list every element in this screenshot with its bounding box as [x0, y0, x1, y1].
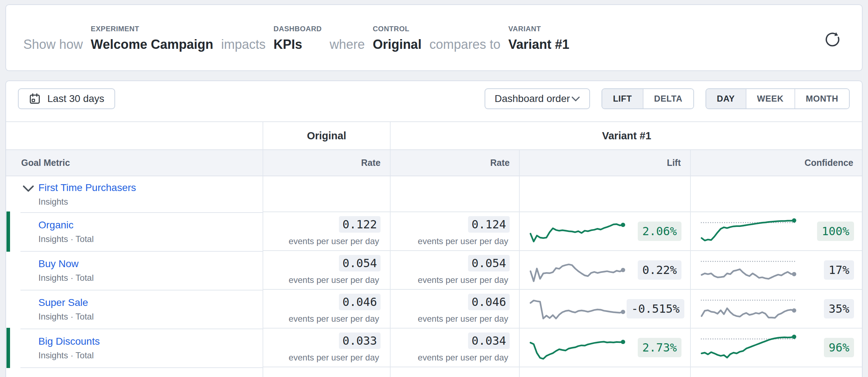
lift-value: 2.06% [638, 222, 681, 241]
col-control-rate: Rate [263, 150, 390, 176]
lift-sparkline [529, 294, 627, 323]
metric-link[interactable]: Big Discounts [38, 336, 100, 347]
report-card: Last 30 days Dashboard order LIFTDELTA D… [5, 80, 863, 377]
confidence-cell: 17% [690, 251, 863, 290]
lift-value: 2.73% [638, 338, 681, 357]
phrase-segment: impacts [221, 37, 266, 52]
goal-metric-cell: Organic Insights · Total [6, 212, 263, 251]
toggle-week[interactable]: WEEK [746, 89, 794, 108]
confidence-value: 17% [824, 260, 854, 280]
group-spacer [6, 122, 263, 149]
phrase-segment: compares to [429, 37, 500, 52]
collapse-chevron-icon[interactable] [23, 185, 34, 196]
lift-cell [519, 176, 690, 212]
lift-value: 0.22% [638, 260, 681, 280]
confidence-sparkline [700, 217, 798, 246]
phrase-segment-label: VARIANT [508, 25, 541, 33]
table-group-header: Original Variant #1 [6, 121, 862, 149]
control-rate-cell: 0.122 events per user per day [263, 212, 390, 251]
control-rate-unit: events per user per day [289, 314, 381, 324]
lift-delta-toggle: LIFTDELTA [602, 88, 694, 109]
phrase-segment-word: Original [373, 37, 421, 52]
control-rate-unit: events per user per day [289, 236, 381, 246]
variant-rate-value: 0.046 [468, 294, 510, 310]
variant-rate-cell: 0.054 events per user per day [390, 251, 519, 290]
lift-sparkline [529, 333, 627, 362]
phrase-segment-word: where [330, 37, 365, 52]
results-table: Original Variant #1 Goal Metric Rate Rat… [6, 121, 862, 377]
phrase-segment-word: Show how [23, 37, 83, 52]
metric-link[interactable]: First Time Purchasers [38, 182, 136, 193]
phrase-segment-label: CONTROL [373, 25, 409, 33]
metric-link[interactable]: Super Sale [38, 297, 88, 308]
date-range-label: Last 30 days [47, 93, 104, 104]
col-variant-rate: Rate [390, 150, 519, 176]
lift-cell: 2.06% [519, 212, 690, 251]
control-group-header: Original [263, 122, 390, 149]
toggle-lift[interactable]: LIFT [602, 89, 643, 108]
toggle-delta[interactable]: DELTA [643, 89, 693, 108]
variant-rate-value: 0.034 [468, 332, 510, 349]
variant-rate-cell: 0.124 events per user per day [390, 212, 519, 251]
variant-rate-cell: 0.046 events per user per day [390, 290, 519, 329]
metric-link[interactable]: Buy Now [38, 258, 79, 269]
lift-cell: 0.22% [519, 251, 690, 290]
phrase-segment-label: EXPERIMENT [91, 25, 139, 33]
goal-metric-cell: Buy Now Insights · Total [6, 251, 263, 290]
metric-source-label: Insights · Total [38, 312, 263, 322]
variant-rate-unit: events per user per day [418, 353, 510, 363]
goal-metric-cell: Super Sale Insights · Total [6, 290, 263, 329]
phrase-segment[interactable]: CONTROLOriginal [373, 25, 421, 52]
toggle-day[interactable]: DAY [706, 89, 746, 108]
control-rate-value: 0.046 [339, 294, 381, 310]
control-rate-cell: 0.046 events per user per day [263, 290, 390, 329]
phrase-segment-word: KPIs [274, 37, 302, 52]
table-body: First Time Purchasers Insights [6, 176, 862, 367]
calendar-icon [29, 93, 41, 105]
col-goal-metric: Goal Metric [6, 150, 263, 176]
confidence-cell: 100% [690, 212, 863, 251]
control-rate-cell [263, 176, 390, 212]
date-range-button[interactable]: Last 30 days [18, 88, 115, 109]
lift-sparkline [529, 217, 627, 246]
confidence-value: 96% [824, 338, 854, 357]
variant-rate-unit: events per user per day [418, 314, 510, 324]
toggle-month[interactable]: MONTH [794, 89, 849, 108]
lift-value: -0.515% [627, 299, 684, 318]
variant-rate-cell: 0.034 events per user per day [390, 329, 519, 367]
table-column-header: Goal Metric Rate Rate Lift Confidence [6, 149, 862, 176]
phrase-segment[interactable]: EXPERIMENTWelcome Campaign [91, 25, 213, 52]
lift-cell: 2.73% [519, 329, 690, 367]
toolbar: Last 30 days Dashboard order LIFTDELTA D… [6, 81, 862, 121]
variant-rate-value: 0.124 [468, 216, 510, 233]
variant-rate-cell [390, 176, 519, 212]
phrase-segment[interactable]: VARIANTVariant #1 [508, 25, 569, 52]
phrase-segment-word: compares to [429, 37, 500, 52]
table-row-partial [6, 367, 862, 377]
metric-source-label: Insights · Total [38, 350, 263, 360]
phrase-segment[interactable]: DASHBOARDKPIs [274, 25, 322, 52]
control-rate-unit: events per user per day [289, 353, 381, 363]
table-row: Organic Insights · Total 0.122 events pe… [6, 212, 862, 251]
variant-group-header: Variant #1 [390, 122, 863, 149]
table-row: First Time Purchasers Insights [6, 176, 862, 212]
refresh-button[interactable] [823, 30, 842, 49]
metric-link[interactable]: Organic [38, 219, 74, 231]
control-rate-unit: events per user per day [289, 275, 381, 285]
variant-rate-unit: events per user per day [418, 275, 510, 285]
dashboard-order-label: Dashboard order [495, 93, 570, 104]
control-rate-value: 0.122 [339, 216, 381, 233]
phrase-segment-word: impacts [221, 37, 266, 52]
confidence-cell: 35% [690, 290, 863, 329]
table-row: Super Sale Insights · Total 0.046 events… [6, 290, 862, 329]
table-row: Big Discounts Insights · Total 0.033 eve… [6, 329, 862, 367]
goal-metric-cell: First Time Purchasers Insights [6, 176, 263, 212]
refresh-icon [823, 30, 842, 49]
phrase-segment-word: Variant #1 [508, 37, 569, 52]
control-rate-cell: 0.054 events per user per day [263, 251, 390, 290]
confidence-cell: 96% [690, 329, 863, 367]
dashboard-order-select[interactable]: Dashboard order [485, 88, 590, 109]
granularity-toggle: DAYWEEKMONTH [706, 88, 850, 109]
col-lift: Lift [519, 150, 690, 176]
control-rate-value: 0.033 [339, 332, 381, 349]
